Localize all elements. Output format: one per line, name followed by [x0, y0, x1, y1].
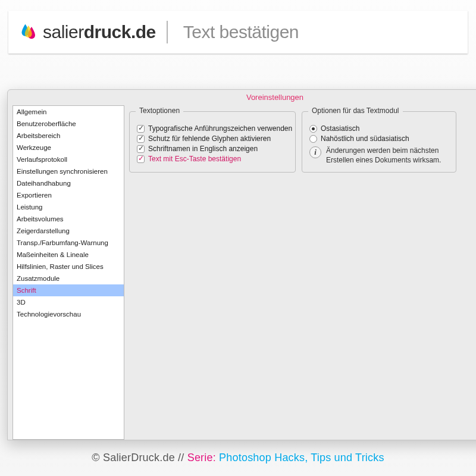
group-textmodule: Optionen für das Textmodul OstasiatischN… — [302, 111, 456, 173]
radio-icon[interactable] — [309, 125, 317, 133]
checkbox-icon[interactable] — [137, 145, 145, 153]
sidebar-item[interactable]: Hilfslinien, Raster und Slices — [13, 261, 124, 273]
sidebar-item[interactable]: Exportieren — [13, 189, 124, 201]
sidebar-item[interactable]: Transp./Farbumfang-Warnung — [13, 237, 124, 249]
category-sidebar[interactable]: AllgemeinBenutzeroberflächeArbeitsbereic… — [12, 105, 124, 440]
sidebar-item[interactable]: Maßeinheiten & Lineale — [13, 249, 124, 261]
header-divider — [167, 21, 168, 43]
brand-bold: druck.de — [84, 22, 156, 42]
footer-caption: © SalierDruck.de // Serie: Photoshop Hac… — [0, 452, 476, 464]
sidebar-item[interactable]: Verlaufsprotokoll — [13, 154, 124, 165]
brand-light: salier — [43, 22, 84, 42]
group-legend-textoptions: Textoptionen — [136, 107, 183, 115]
sidebar-item[interactable]: 3D — [13, 296, 124, 308]
page-subtitle: Text bestätigen — [183, 22, 299, 42]
textmodule-radios: OstasiatischNahöstlich und südasiatisch — [309, 124, 449, 143]
checkbox-label: Schriftnamen in Englisch anzeigen — [148, 145, 258, 153]
checkbox-icon[interactable] — [137, 155, 145, 163]
sidebar-item[interactable]: Schrift — [13, 284, 124, 296]
radio-icon[interactable] — [309, 135, 317, 143]
sidebar-item[interactable]: Dateihandhabung — [13, 177, 124, 189]
checkbox-row[interactable]: Text mit Esc-Taste bestätigen — [137, 155, 288, 163]
sidebar-item[interactable]: Technologievorschau — [13, 308, 124, 320]
checkbox-label: Typografische Anführungszeichen verwende… — [148, 124, 292, 133]
radio-row[interactable]: Ostasiatisch — [309, 124, 449, 133]
textoptions-list: Typografische Anführungszeichen verwende… — [137, 124, 288, 163]
brand-name: salierdruck.de — [43, 22, 156, 42]
checkbox-row[interactable]: Typografische Anführungszeichen verwende… — [137, 124, 288, 133]
sidebar-item[interactable]: Arbeitsvolumes — [13, 213, 124, 225]
footer-copyright: © SalierDruck.de // — [92, 452, 184, 464]
checkbox-row[interactable]: Schutz für fehlende Glyphen aktivieren — [137, 134, 288, 143]
info-icon: i — [309, 146, 321, 158]
sidebar-item[interactable]: Zeigerdarstellung — [13, 225, 124, 237]
preferences-window: Voreinstellungen AllgemeinBenutzeroberfl… — [7, 89, 476, 440]
info-row: i Änderungen werden beim nächsten Erstel… — [309, 146, 449, 165]
sidebar-item[interactable]: Einstellungen synchronisieren — [13, 165, 124, 177]
panels-area: Textoptionen Typografische Anführungszei… — [129, 105, 476, 440]
checkbox-label: Schutz für fehlende Glyphen aktivieren — [148, 134, 271, 143]
sidebar-item[interactable]: Arbeitsbereich — [13, 130, 124, 142]
radio-label: Nahöstlich und südasiatisch — [321, 134, 409, 143]
footer-topic: Photoshop Hacks, Tips und Tricks — [219, 452, 384, 464]
page-header: salierdruck.de Text bestätigen — [8, 11, 468, 54]
checkbox-row[interactable]: Schriftnamen in Englisch anzeigen — [137, 145, 288, 153]
window-title: Voreinstellungen — [8, 90, 476, 105]
sidebar-item[interactable]: Zusatzmodule — [13, 273, 124, 284]
footer-serie-label: Serie: — [187, 452, 216, 464]
group-textoptions: Textoptionen Typografische Anführungszei… — [129, 111, 296, 173]
radio-label: Ostasiatisch — [321, 124, 359, 133]
info-note: Änderungen werden beim nächsten Erstelle… — [326, 146, 449, 165]
sidebar-item[interactable]: Leistung — [13, 201, 124, 213]
radio-row[interactable]: Nahöstlich und südasiatisch — [309, 134, 449, 143]
checkbox-icon[interactable] — [137, 135, 145, 143]
sidebar-item[interactable]: Benutzeroberfläche — [13, 118, 124, 130]
sidebar-item[interactable]: Werkzeuge — [13, 142, 124, 154]
preferences-body: AllgemeinBenutzeroberflächeArbeitsbereic… — [8, 105, 476, 440]
checkbox-icon[interactable] — [137, 125, 145, 133]
checkbox-label: Text mit Esc-Taste bestätigen — [148, 155, 241, 163]
sidebar-item[interactable]: Allgemein — [13, 106, 124, 118]
group-legend-textmodule: Optionen für das Textmodul — [308, 107, 403, 115]
logo-icon — [19, 23, 37, 41]
